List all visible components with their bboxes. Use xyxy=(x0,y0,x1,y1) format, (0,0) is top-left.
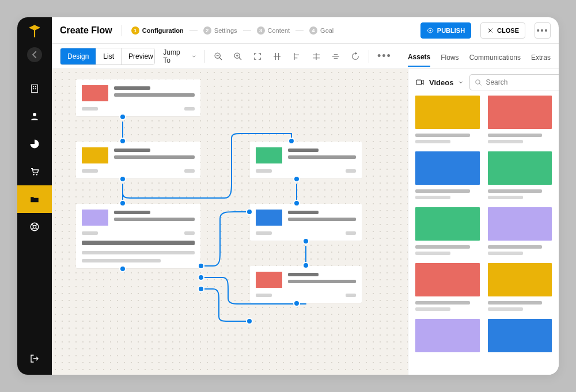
app-logo xyxy=(17,17,52,45)
svg-rect-3 xyxy=(33,88,34,89)
node-port[interactable] xyxy=(288,138,295,144)
svg-rect-4 xyxy=(35,88,36,89)
left-sidebar xyxy=(17,17,52,375)
view-design-button[interactable]: Design xyxy=(60,48,96,64)
asset-type-dropdown[interactable]: Videos xyxy=(415,78,464,87)
fullscreen-icon[interactable] xyxy=(252,51,263,62)
sidebar-item-cart[interactable] xyxy=(17,158,52,185)
svg-rect-0 xyxy=(32,85,38,93)
asset-card[interactable] xyxy=(488,319,552,357)
node-port[interactable] xyxy=(198,274,204,281)
align-horizontal-icon[interactable] xyxy=(272,51,282,62)
node-port[interactable] xyxy=(302,262,309,269)
node-port[interactable] xyxy=(246,208,253,215)
asset-search[interactable] xyxy=(469,74,559,90)
toolbar-more-button[interactable]: ••• xyxy=(377,50,392,62)
video-icon xyxy=(415,78,425,87)
node-port[interactable] xyxy=(119,265,126,272)
tab-communications[interactable]: Communications xyxy=(469,54,521,66)
flow-node[interactable] xyxy=(250,266,362,303)
zoom-out-icon[interactable] xyxy=(213,51,223,62)
sidebar-item-analytics[interactable] xyxy=(17,130,52,158)
close-button[interactable]: CLOSE xyxy=(480,22,525,39)
node-port[interactable] xyxy=(119,113,126,120)
svg-point-10 xyxy=(429,29,431,31)
flow-canvas[interactable] xyxy=(52,69,408,375)
step-settings[interactable]: 2Settings xyxy=(203,26,237,35)
svg-rect-13 xyxy=(416,80,422,85)
flow-node[interactable] xyxy=(76,142,200,178)
node-port[interactable] xyxy=(302,238,309,245)
svg-rect-1 xyxy=(33,86,34,87)
sidebar-item-folder[interactable] xyxy=(17,185,52,213)
asset-card[interactable] xyxy=(415,207,480,255)
zoom-in-icon[interactable] xyxy=(233,51,243,62)
toolbar: Design List Preview Jump To ••• Assets xyxy=(52,44,559,69)
node-thumbnail xyxy=(82,210,108,226)
node-port[interactable] xyxy=(246,318,253,325)
node-port[interactable] xyxy=(119,138,126,144)
asset-card[interactable] xyxy=(415,319,480,357)
flow-node[interactable] xyxy=(76,79,200,116)
more-button[interactable]: ••• xyxy=(535,22,551,39)
sidebar-item-help[interactable] xyxy=(17,213,52,241)
publish-button[interactable]: PUBLISH xyxy=(420,22,471,39)
tab-extras[interactable]: Extras xyxy=(531,54,551,66)
node-port[interactable] xyxy=(198,262,204,269)
step-goal[interactable]: 4Goal xyxy=(309,26,334,35)
jump-to-dropdown[interactable]: Jump To xyxy=(163,48,196,64)
page-title: Create Flow xyxy=(60,25,112,36)
svg-point-5 xyxy=(33,113,36,116)
assets-panel: Videos xyxy=(408,69,559,375)
step-content[interactable]: 3Content xyxy=(257,26,290,35)
node-port[interactable] xyxy=(293,176,300,182)
svg-point-14 xyxy=(476,79,480,84)
node-port[interactable] xyxy=(119,176,126,182)
node-thumbnail xyxy=(256,210,282,226)
flow-node[interactable] xyxy=(76,204,200,268)
node-thumbnail xyxy=(82,85,108,101)
step-configuration[interactable]: 1Configuration xyxy=(131,26,184,35)
svg-point-6 xyxy=(33,174,34,175)
chevron-down-icon xyxy=(458,79,464,85)
sidebar-item-company[interactable] xyxy=(17,75,52,102)
page-header: Create Flow 1Configuration 2Settings 3Co… xyxy=(52,17,559,44)
svg-point-7 xyxy=(36,174,37,175)
align-center-icon[interactable] xyxy=(331,51,341,62)
asset-card[interactable] xyxy=(488,263,552,311)
svg-point-9 xyxy=(33,225,36,228)
stepper: 1Configuration 2Settings 3Content 4Goal xyxy=(131,26,334,35)
node-thumbnail xyxy=(256,147,282,163)
view-preview-button[interactable]: Preview xyxy=(122,48,155,64)
asset-card[interactable] xyxy=(415,96,480,143)
collapse-sidebar-button[interactable] xyxy=(27,47,42,62)
node-port[interactable] xyxy=(119,200,126,207)
logout-button[interactable] xyxy=(17,342,52,375)
search-icon xyxy=(475,79,482,86)
node-thumbnail xyxy=(256,272,282,288)
tab-assets[interactable]: Assets xyxy=(408,53,430,67)
sidebar-item-user[interactable] xyxy=(17,102,52,130)
asset-card[interactable] xyxy=(415,151,480,199)
right-panel-tabs: Assets Flows Communications Extras xyxy=(408,53,551,60)
node-port[interactable] xyxy=(198,286,204,292)
align-left-icon[interactable] xyxy=(291,51,302,62)
flow-node[interactable] xyxy=(250,204,362,241)
align-vertical-icon[interactable] xyxy=(311,51,321,62)
asset-card[interactable] xyxy=(415,263,480,311)
node-port[interactable] xyxy=(293,200,300,207)
view-list-button[interactable]: List xyxy=(96,48,122,64)
asset-card[interactable] xyxy=(488,207,552,255)
flow-node[interactable] xyxy=(250,142,362,178)
node-port[interactable] xyxy=(293,300,300,307)
asset-card[interactable] xyxy=(488,151,552,199)
svg-rect-2 xyxy=(35,86,36,87)
undo-icon[interactable] xyxy=(350,51,361,62)
search-input[interactable] xyxy=(486,78,559,86)
tab-flows[interactable]: Flows xyxy=(441,54,458,66)
node-thumbnail xyxy=(82,147,108,163)
view-switcher: Design List Preview xyxy=(60,48,155,65)
asset-card[interactable] xyxy=(488,96,552,143)
